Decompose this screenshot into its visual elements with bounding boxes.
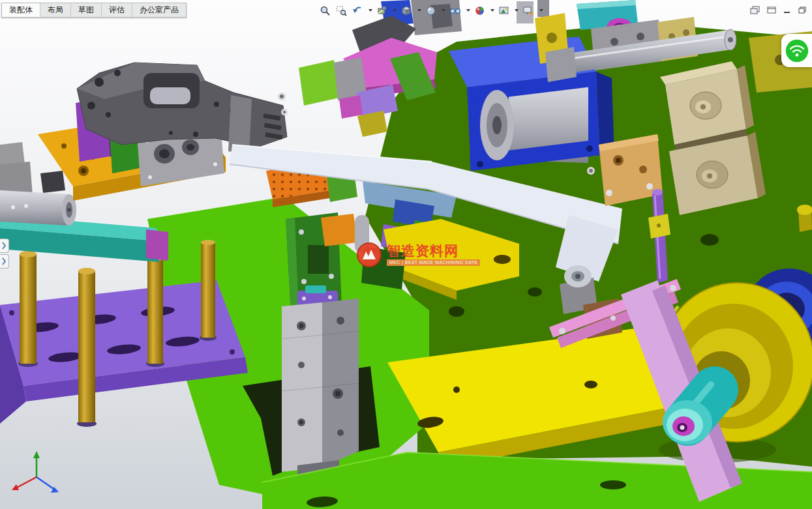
view-heads-up-toolbar — [318, 3, 543, 18]
view-settings-icon — [522, 5, 534, 16]
view-settings-button[interactable] — [521, 3, 535, 18]
view-orientation-button[interactable] — [399, 3, 414, 18]
tab-layout-label: 布局 — [48, 5, 63, 14]
apply-scene-icon — [498, 5, 509, 16]
solidworks-graphics-window: 智造资料网 MEC | BEST MADE MACHINING DATA 装配体… — [0, 0, 812, 509]
previous-view-button[interactable] — [351, 3, 365, 18]
command-manager-tabs: 装配体 布局 草图 评估 办公室产品 — [1, 3, 187, 18]
cascade-document-icon — [750, 6, 760, 14]
chevron-right-icon — [1, 240, 8, 251]
restore-window-button[interactable] — [798, 6, 807, 14]
tab-sketch[interactable]: 草图 — [71, 3, 102, 17]
minimize-window-button[interactable] — [783, 6, 792, 14]
panel-flyout — [0, 239, 9, 269]
expand-panel-button-2[interactable] — [0, 254, 9, 269]
edit-appearance-button[interactable] — [473, 3, 487, 18]
window-controls — [750, 6, 807, 14]
edit-appearance-icon — [474, 5, 485, 16]
restore-document-icon — [766, 6, 777, 14]
viewport-3d-scene[interactable] — [0, 0, 812, 509]
cascade-document-button[interactable] — [750, 6, 760, 14]
section-view-button[interactable] — [375, 3, 389, 18]
tab-assembly-label: 装配体 — [9, 5, 33, 14]
tab-layout[interactable]: 布局 — [40, 3, 71, 17]
tab-sketch-label: 草图 — [78, 5, 94, 14]
tab-assembly[interactable]: 装配体 — [2, 3, 40, 17]
view-orientation-icon — [400, 5, 412, 16]
zoom-to-fit-icon — [320, 5, 331, 16]
display-style-icon — [425, 5, 436, 16]
section-view-icon — [376, 5, 387, 16]
tab-evaluate-label: 评估 — [109, 5, 125, 14]
tab-office-products[interactable]: 办公室产品 — [132, 3, 186, 17]
hide-show-items-button[interactable] — [448, 3, 462, 18]
restore-document-button[interactable] — [766, 6, 777, 14]
display-style-button[interactable] — [424, 3, 438, 18]
zoom-to-area-icon — [336, 5, 347, 16]
minimize-window-icon — [783, 6, 792, 14]
restore-window-icon — [798, 6, 807, 14]
previous-view-icon — [352, 5, 363, 16]
expand-panel-button[interactable] — [0, 239, 9, 253]
tab-office-products-label: 办公室产品 — [140, 5, 179, 14]
apply-scene-button[interactable] — [497, 3, 511, 18]
hide-show-items-icon — [449, 5, 461, 16]
zoom-to-fit-button[interactable] — [318, 3, 332, 18]
zoom-to-area-button[interactable] — [335, 3, 348, 18]
wifi-widget-button[interactable] — [781, 34, 812, 67]
chevron-right-icon — [1, 256, 8, 267]
wifi-icon — [784, 38, 810, 64]
tab-evaluate[interactable]: 评估 — [102, 3, 132, 17]
